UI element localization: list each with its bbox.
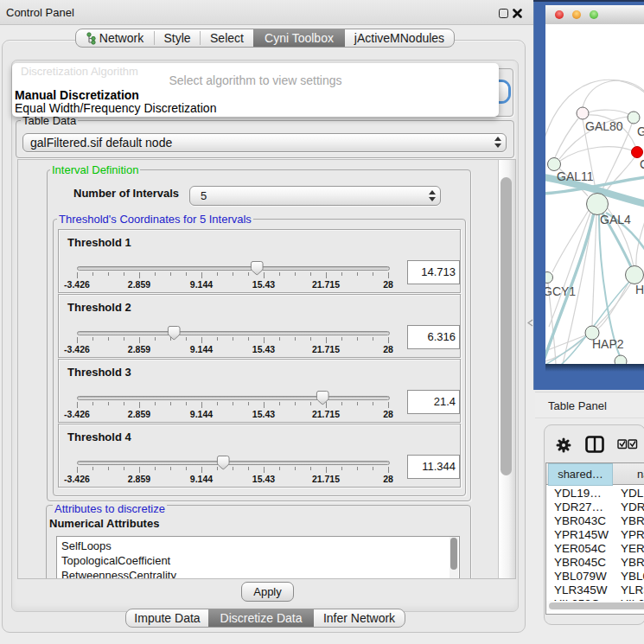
svg-text:GAL4: GAL4 — [600, 213, 631, 226]
svg-text:GAL11: GAL11 — [557, 169, 594, 183]
svg-text:C: C — [640, 157, 644, 171]
svg-text:GAL80: GAL80 — [585, 119, 623, 133]
svg-text:HAP2: HAP2 — [592, 337, 624, 351]
svg-text:H: H — [635, 283, 644, 296]
svg-text:GCY1: GCY1 — [545, 284, 576, 298]
svg-text:G: G — [637, 124, 644, 138]
